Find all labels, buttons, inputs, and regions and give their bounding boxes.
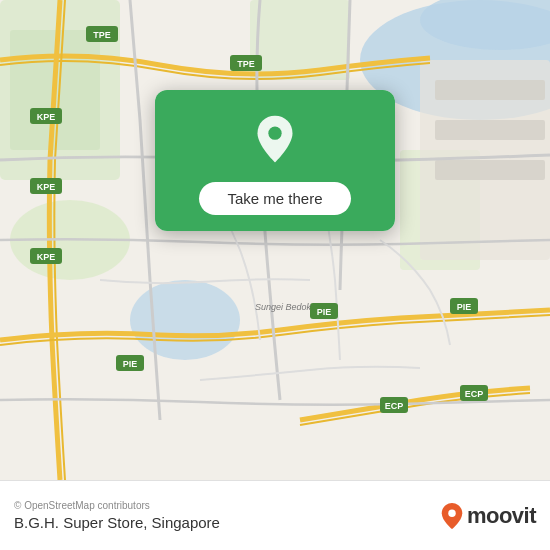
map-container: TPE TPE KPE KPE KPE PIE PIE PIE ECP ECP …	[0, 0, 550, 480]
svg-text:TPE: TPE	[93, 30, 111, 40]
svg-text:KPE: KPE	[37, 182, 56, 192]
svg-rect-10	[435, 80, 545, 100]
moovit-brand-text: moovit	[467, 503, 536, 529]
svg-point-3	[130, 280, 240, 360]
location-name: B.G.H. Super Store, Singapore	[14, 514, 220, 531]
map-attribution: © OpenStreetMap contributors	[14, 500, 220, 511]
svg-rect-12	[435, 160, 545, 180]
svg-text:ECP: ECP	[385, 401, 404, 411]
svg-point-37	[448, 509, 455, 516]
svg-text:ECP: ECP	[465, 389, 484, 399]
moovit-pin-icon	[440, 502, 464, 530]
svg-text:Sungei Bedok: Sungei Bedok	[255, 302, 312, 312]
svg-text:TPE: TPE	[237, 59, 255, 69]
map-background: TPE TPE KPE KPE KPE PIE PIE PIE ECP ECP …	[0, 0, 550, 480]
svg-text:PIE: PIE	[123, 359, 138, 369]
svg-rect-11	[435, 120, 545, 140]
svg-text:KPE: KPE	[37, 252, 56, 262]
popup-green-section: Take me there	[155, 90, 395, 231]
take-me-there-button[interactable]: Take me there	[199, 182, 350, 215]
bottom-left-info: © OpenStreetMap contributors B.G.H. Supe…	[14, 500, 220, 531]
svg-text:PIE: PIE	[317, 307, 332, 317]
svg-point-36	[268, 127, 281, 140]
moovit-logo: moovit	[440, 502, 536, 530]
svg-text:PIE: PIE	[457, 302, 472, 312]
bottom-bar: © OpenStreetMap contributors B.G.H. Supe…	[0, 480, 550, 550]
location-pin-icon	[250, 114, 300, 164]
popup-card: Take me there	[155, 90, 395, 231]
svg-text:KPE: KPE	[37, 112, 56, 122]
